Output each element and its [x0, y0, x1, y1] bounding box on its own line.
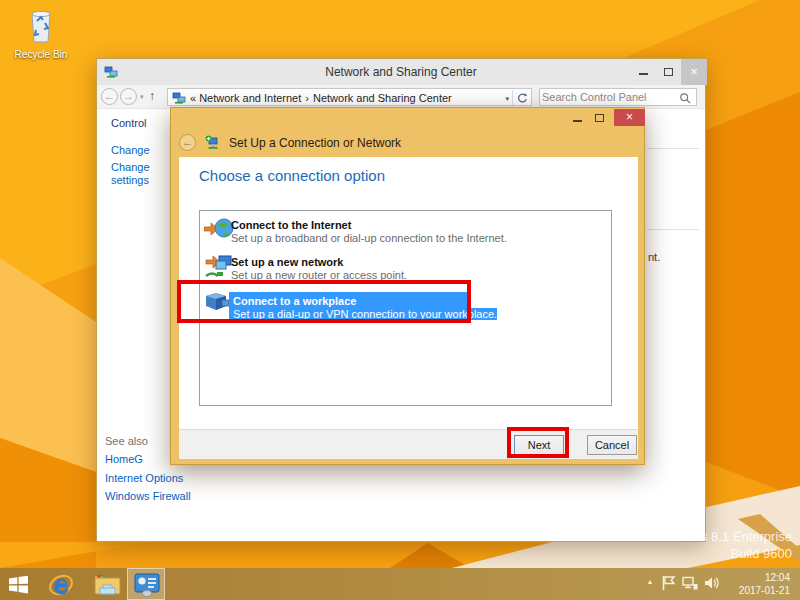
dialog-close-button[interactable]: ×	[614, 109, 645, 126]
watermark-edition: Windows 8.1 Enterprise	[655, 528, 792, 545]
dialog-heading: Choose a connection option	[199, 167, 385, 184]
close-button[interactable]: ×	[681, 59, 707, 85]
dialog-minimize-button[interactable]	[568, 111, 588, 125]
dialog-back-button[interactable]: ←	[179, 134, 196, 151]
volume-icon[interactable]	[704, 575, 720, 595]
taskbar-clock[interactable]: 12:04 2017-01-21	[720, 571, 790, 597]
search-box	[539, 88, 697, 106]
sidebar-item-change-sharing-wrap[interactable]: settings	[111, 174, 149, 186]
recycle-bin-label: Recycle Bin	[10, 49, 72, 60]
desktop: Recycle Bin Network and Sharing Center ×…	[0, 0, 800, 600]
dialog-footer: Next Cancel	[179, 429, 638, 459]
annotation-workplace-option	[177, 280, 471, 323]
sidebar-link-windows-firewall[interactable]: Windows Firewall	[105, 490, 191, 502]
content-divider	[647, 148, 699, 149]
action-center-flag-icon[interactable]	[661, 575, 676, 595]
breadcrumb-item-network-sharing-center[interactable]: Network and Sharing Center	[313, 92, 452, 104]
minimize-button[interactable]	[631, 59, 656, 85]
watermark-build: Build 9600	[655, 545, 792, 562]
dialog-maximize-button[interactable]	[590, 111, 610, 125]
sidebar-link-internet-options[interactable]: Internet Options	[105, 472, 183, 484]
see-also-label: See also	[105, 435, 148, 447]
option-title: Set up a new network	[231, 256, 343, 268]
breadcrumb-separator-icon: ›	[301, 92, 313, 104]
maximize-button[interactable]	[656, 59, 681, 85]
sidebar-item-change-sharing[interactable]: Change	[111, 161, 150, 173]
forward-button[interactable]: →	[120, 88, 137, 105]
content-divider	[647, 229, 699, 230]
window-title: Network and Sharing Center	[97, 65, 705, 79]
file-explorer-icon[interactable]	[94, 574, 121, 600]
recent-pages-caret-icon[interactable]: ▾	[140, 93, 144, 101]
dialog-title: Set Up a Connection or Network	[229, 136, 401, 150]
clock-date: 2017-01-21	[720, 584, 790, 597]
content-text-fragment: nt.	[648, 251, 660, 263]
recycle-bin-icon	[24, 30, 58, 47]
internet-explorer-icon[interactable]	[48, 572, 74, 600]
up-button[interactable]: ↑	[149, 89, 155, 103]
back-button[interactable]: ←	[101, 88, 118, 105]
dialog-header: ← Set Up a Connection or Network	[179, 130, 636, 157]
annotation-next-button	[507, 427, 569, 458]
recycle-bin[interactable]: Recycle Bin	[10, 6, 72, 60]
option-title: Connect to the Internet	[231, 219, 351, 231]
sidebar-item-control-panel-home[interactable]: Control	[111, 117, 146, 129]
address-dropdown-caret-icon[interactable]: ▾	[505, 95, 509, 103]
address-bar: ← → ▾ ↑ « Network and Internet›Network a…	[97, 85, 705, 109]
taskbar: ▴	[0, 568, 800, 600]
breadcrumb[interactable]: « Network and Internet›Network and Shari…	[167, 88, 532, 106]
search-icon[interactable]	[679, 91, 692, 109]
network-tray-icon[interactable]	[682, 576, 698, 595]
setup-network-icon	[205, 135, 221, 155]
control-panel-icon	[134, 573, 160, 600]
breadcrumb-item-network-and-internet[interactable]: « Network and Internet	[190, 92, 301, 104]
sidebar-link-homegroup[interactable]: HomeG	[105, 453, 143, 465]
option-desc: Set up a broadband or dial-up connection…	[231, 232, 507, 244]
sidebar-item-change-adapter[interactable]: Change	[111, 144, 150, 156]
cancel-button[interactable]: Cancel	[587, 435, 637, 455]
build-watermark: Windows 8.1 Enterprise Build 9600	[655, 528, 792, 562]
start-button[interactable]	[8, 574, 29, 600]
title-bar: Network and Sharing Center ×	[97, 59, 705, 85]
search-input[interactable]	[542, 89, 677, 105]
control-panel-taskbar-button[interactable]	[127, 568, 165, 600]
globe-arrow-icon	[204, 216, 234, 247]
clock-time: 12:04	[720, 571, 790, 584]
tray-chevron-icon[interactable]: ▴	[648, 577, 652, 586]
